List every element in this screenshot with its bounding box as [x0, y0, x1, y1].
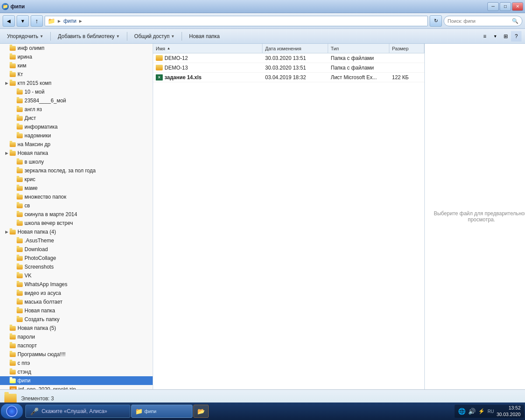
tree-item[interactable]: ▶ктп 2015 комп	[0, 79, 153, 88]
back-button[interactable]: ◄	[3, 15, 15, 27]
tree-item[interactable]: WhatsApp Images	[0, 280, 153, 289]
folder-icon	[17, 265, 23, 270]
window-icon: 📁	[2, 3, 9, 10]
tree-item[interactable]: фипи	[0, 376, 153, 385]
maximize-button[interactable]: □	[500, 2, 511, 11]
expand-icon[interactable]: ▶	[4, 151, 10, 155]
tree-item[interactable]: пароли	[0, 332, 153, 341]
table-row[interactable]: Xзадание 14.xls03.04.2019 18:32Лист Micr…	[153, 73, 424, 82]
col-header-size[interactable]: Размер	[389, 44, 424, 53]
tree-item[interactable]: ZIPinf_oge_2020_proekt.zip	[0, 385, 153, 389]
tree-item[interactable]: .AsusTheme	[0, 236, 153, 245]
tree-item[interactable]: Создать папку	[0, 315, 153, 324]
folder-icon	[10, 361, 16, 366]
tree-item[interactable]: информатика	[0, 122, 153, 131]
col-header-date[interactable]: Дата изменения	[262, 44, 328, 53]
search-box[interactable]: 🔍	[444, 16, 522, 26]
file-list[interactable]: DEMO-1230.03.2020 13:51Папка с файламиDE…	[153, 53, 424, 389]
preview-text: Выберите файл для предварительного просм…	[429, 210, 525, 223]
tree-item[interactable]: на Максин др	[0, 140, 153, 149]
tree-item[interactable]: с ппэ	[0, 359, 153, 368]
tree-item[interactable]: крис	[0, 175, 153, 184]
view-list-button[interactable]: ≡	[480, 31, 490, 42]
tree-item[interactable]: стэнд	[0, 368, 153, 376]
close-button[interactable]: ✕	[512, 2, 523, 11]
tree-item[interactable]: Screenshots	[0, 262, 153, 271]
search-input[interactable]	[448, 18, 510, 24]
share-button[interactable]: Общий доступ ▼	[131, 31, 178, 42]
tree-item[interactable]: зеркалка послед. за пол года	[0, 166, 153, 175]
tree-item[interactable]: маме	[0, 184, 153, 192]
forward-button[interactable]: ▼	[17, 15, 29, 27]
folder-icon	[10, 55, 16, 60]
table-row[interactable]: DEMO-1230.03.2020 13:51Папка с файлами	[153, 53, 424, 63]
folder-icon	[10, 230, 16, 234]
tree-item[interactable]: Новая папка	[0, 306, 153, 315]
tree-item[interactable]: паспорт	[0, 341, 153, 350]
tree-item[interactable]: св	[0, 201, 153, 210]
minimize-button[interactable]: ─	[487, 2, 499, 11]
tray-volume-icon[interactable]: 🔊	[468, 408, 476, 415]
refresh-button[interactable]: ↻	[430, 15, 442, 27]
tree-item[interactable]: англ яз	[0, 105, 153, 114]
taskbar: 🎤 Скажите «Слушай, Алиса» 📁 фипи 📂 🌐 🔊 ⚡…	[0, 402, 525, 420]
sidebar[interactable]: инф олимпиринакимКт▶ктп 2015 комп10 - мо…	[0, 44, 153, 389]
tree-item[interactable]: Download	[0, 245, 153, 254]
status-folder-icon	[4, 394, 17, 403]
folder-icon	[17, 300, 23, 304]
tree-item[interactable]: школа вечер встреч	[0, 219, 153, 228]
address-path[interactable]: 📁 ► фипи ►	[45, 16, 428, 26]
folder-icon	[17, 273, 23, 278]
taskbar-app-explorer[interactable]: 📁 фипи	[131, 405, 192, 418]
tree-item[interactable]: в школу	[0, 158, 153, 166]
tree-item[interactable]: Программы сюда!!!!	[0, 350, 153, 359]
tree-item[interactable]: Дист	[0, 114, 153, 122]
tree-item[interactable]: ▶Новая папка (4)	[0, 228, 153, 236]
tree-item[interactable]: видео из асуса	[0, 289, 153, 298]
folder-icon	[10, 142, 16, 147]
start-button[interactable]	[1, 404, 23, 419]
tree-item[interactable]: PhotoCollage	[0, 254, 153, 262]
path-part-fipi[interactable]: фипи	[63, 18, 77, 24]
expand-icon[interactable]: ▶	[4, 81, 10, 85]
address-bar: ◄ ▼ ↑ 📁 ► фипи ► ↻ 🔍	[0, 13, 525, 29]
tree-item[interactable]: множество папок	[0, 192, 153, 201]
new-folder-button[interactable]: Новая папка	[186, 31, 223, 42]
tree-item[interactable]: Новая папка (5)	[0, 324, 153, 332]
tray-network-icon[interactable]: 🌐	[458, 408, 466, 415]
tree-item[interactable]: 23584____6_мой	[0, 96, 153, 105]
col-header-name[interactable]: Имя ▲	[153, 44, 262, 53]
tray-lang[interactable]: RU	[487, 409, 494, 414]
tree-item-label: стэнд	[18, 369, 31, 375]
tree-item[interactable]: ▶Новая папка	[0, 149, 153, 158]
table-row[interactable]: DEMO-1330.03.2020 13:51Папка с файлами	[153, 63, 424, 73]
tree-item[interactable]: скинула в марте 2014	[0, 210, 153, 219]
organize-button[interactable]: Упорядочить ▼	[4, 31, 47, 42]
excel-icon: X	[156, 74, 163, 80]
alice-search-bar[interactable]: 🎤 Скажите «Слушай, Алиса»	[25, 405, 130, 418]
col-header-type[interactable]: Тип	[328, 44, 389, 53]
taskbar-app-file-manager[interactable]: 📂	[193, 405, 209, 418]
tree-item[interactable]: маська болтает	[0, 298, 153, 306]
tray-battery-icon[interactable]: ⚡	[478, 408, 485, 414]
folder-icon	[17, 177, 23, 182]
expand-icon[interactable]: ▶	[4, 230, 10, 234]
view-details-arrow[interactable]: ▼	[490, 31, 500, 42]
tree-item[interactable]: инф олимп	[0, 44, 153, 52]
tree-item[interactable]: надомники	[0, 131, 153, 140]
tree-item[interactable]: Кт	[0, 70, 153, 79]
folder-icon	[10, 352, 16, 357]
tree-item-label: скинула в марте 2014	[24, 211, 77, 217]
tree-item[interactable]: VK	[0, 271, 153, 280]
add-library-button[interactable]: Добавить в библиотеку ▼	[54, 31, 123, 42]
tree-item[interactable]: ким	[0, 61, 153, 70]
tree-item-label: inf_oge_2020_proekt.zip	[18, 386, 76, 389]
system-clock[interactable]: 13:52 30.03.2020	[497, 405, 521, 418]
up-button[interactable]: ↑	[31, 15, 43, 27]
tree-item[interactable]: ирина	[0, 52, 153, 61]
view-large-button[interactable]: ⊞	[500, 31, 511, 42]
tree-item[interactable]: 10 - мой	[0, 88, 153, 96]
view-help-button[interactable]: ?	[511, 31, 522, 42]
clock-date: 30.03.2020	[497, 411, 521, 418]
mic-icon: 🎤	[30, 407, 39, 416]
